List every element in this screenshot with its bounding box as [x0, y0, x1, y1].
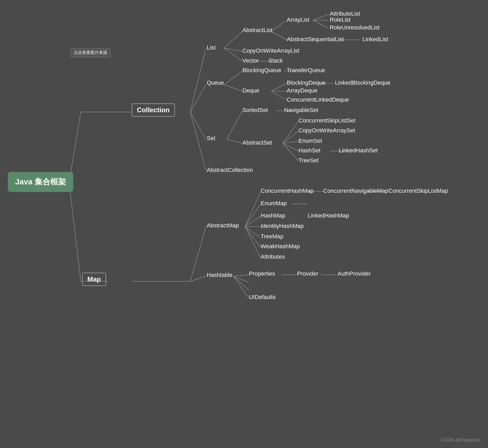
blocking-queue-node: BlockingQueue [242, 67, 281, 74]
linked-blocking-deque-node: LinkedBlockingDeque [335, 79, 391, 86]
provider-node: Provider [297, 270, 319, 277]
identity-hash-map-node: IdentityHashMap [261, 223, 304, 229]
hash-set-node: HashSet [298, 147, 320, 154]
weak-hash-map-node: WeakHashMap [261, 243, 300, 250]
svg-line-23 [271, 91, 287, 100]
enum-map-node: EnumMap [261, 200, 287, 207]
linked-list-node: LinkedList [362, 36, 388, 43]
svg-line-15 [313, 20, 328, 28]
svg-line-9 [224, 48, 242, 51]
svg-line-41 [245, 227, 261, 238]
svg-line-42 [245, 227, 261, 247]
svg-line-7 [190, 112, 206, 171]
svg-line-11 [271, 20, 287, 31]
svg-line-6 [190, 112, 206, 139]
hash-map-node: HashMap [261, 212, 285, 219]
tree-set-node: TreeSet [298, 157, 319, 164]
copy-on-write-array-set-node: CopyOnWriteArraySet [298, 127, 355, 134]
watermark: CSDN @Happytoo_ [441, 437, 483, 443]
image-source-tip[interactable]: 点击查看图片来源 [70, 48, 111, 57]
concurrent-skip-list-set-node: ConcurrentSkipListSet [298, 117, 356, 124]
svg-line-39 [245, 216, 261, 227]
svg-line-13 [313, 14, 328, 20]
linked-hash-map-node: LinkedHashMap [308, 212, 349, 219]
svg-line-28 [283, 121, 298, 143]
svg-line-49 [233, 276, 249, 290]
diagram: Java 集合框架 Collection Map 点击查看图片来源 List Q… [0, 0, 488, 448]
svg-line-19 [224, 85, 242, 91]
abstract-sequential-list-node: AbstractSequentialList [287, 36, 344, 43]
navigable-set-node: NavigableSet [284, 107, 318, 114]
tree-map-node: TreeMap [261, 233, 283, 240]
svg-line-47 [233, 275, 249, 276]
role-list-node: RoleList [330, 16, 350, 23]
svg-line-21 [271, 83, 287, 91]
abstract-set-node: AbstractSet [242, 139, 272, 146]
svg-line-38 [245, 204, 261, 227]
array-list-node: ArrayList [287, 16, 309, 23]
properties-node: Properties [249, 270, 275, 277]
svg-line-30 [283, 141, 298, 143]
attributes-node: Attributes [261, 253, 285, 260]
queue-node: Queue [207, 79, 224, 86]
svg-line-31 [283, 143, 298, 151]
concurrent-navigable-map-node: ConcurrentNavigableMap [323, 188, 388, 194]
svg-line-8 [224, 31, 242, 48]
transfer-queue-node: TransferQueue [287, 67, 325, 74]
svg-line-26 [227, 139, 242, 143]
list-node: List [207, 44, 216, 51]
svg-line-32 [283, 143, 298, 161]
svg-line-50 [233, 276, 249, 298]
blocking-deque-node: BlockingDeque [287, 79, 325, 86]
linked-hash-set-node: LinkedHashSet [339, 147, 378, 154]
svg-line-4 [190, 48, 206, 112]
svg-line-12 [271, 31, 287, 40]
concurrent-linked-deque-node: ConcurrentLinkedDeque [287, 96, 349, 103]
role-unresolved-list-node: RoleUnresolvedList [330, 24, 380, 31]
root-node: Java 集合框架 [8, 172, 73, 192]
svg-line-29 [283, 131, 298, 143]
copy-on-write-array-list-node: CopyOnWriteArrayList [242, 47, 299, 54]
svg-line-5 [190, 85, 206, 112]
abstract-list-node: AbstractList [242, 27, 272, 34]
sorted-set-node: SortedSet [242, 107, 268, 114]
map-node: Map [82, 273, 106, 286]
svg-line-1 [69, 182, 81, 281]
hashtable-node: Hashtable [207, 272, 233, 278]
set-node: Set [207, 135, 215, 142]
array-deque-node: ArrayDeque [287, 87, 317, 94]
collection-node: Collection [132, 103, 175, 117]
svg-line-10 [224, 48, 242, 61]
concurrent-hash-map-node: ConcurrentHashMap [261, 188, 314, 194]
svg-line-37 [245, 191, 261, 227]
svg-line-35 [190, 227, 206, 281]
abstract-map-node: AbstractMap [207, 222, 239, 229]
abstract-collection-node: AbstractCollection [207, 167, 253, 173]
svg-line-36 [190, 276, 206, 281]
svg-line-43 [245, 227, 261, 258]
svg-line-18 [224, 71, 242, 85]
concurrent-skip-list-map-node: ConcurrentSkipListMap [388, 188, 448, 194]
vector-node: Vector [242, 57, 259, 64]
ui-defaults-node: UIDefaults [249, 294, 276, 301]
enum-set-node: EnumSet [298, 138, 322, 144]
deque-node: Deque [242, 87, 259, 94]
svg-line-48 [233, 276, 249, 283]
auth-provider-node: AuthProvider [338, 270, 371, 277]
stack-node: Stack [269, 57, 283, 64]
svg-line-25 [227, 111, 242, 139]
